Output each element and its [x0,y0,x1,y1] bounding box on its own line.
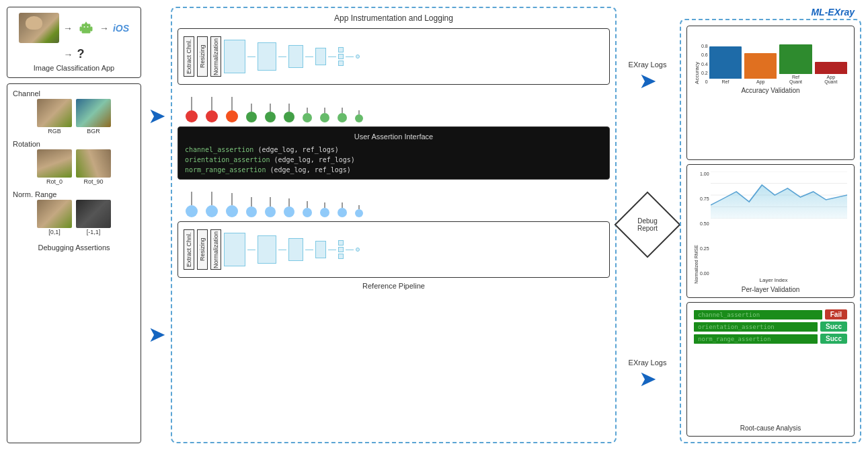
ref-dot-stem-4 [251,197,252,207]
dot-green-2 [265,104,276,122]
perlayer-y-label: Normalized RMSE [694,172,699,284]
ref-resizing-label: Resizing [197,229,208,270]
rgb-item: RGB [37,99,72,135]
ref-nn-dot-end [356,248,360,252]
perlayer-title: Per-layer Validation [691,286,850,293]
right-panel: ML-EXray Accuracy 0.8 0.6 0.4 0.2 0 [680,7,861,443]
rotation-row: Rotation Rot_0 Rot_90 [13,140,135,185]
neural-net-app [224,40,604,73]
dot-green-5 [320,108,329,122]
rot0-label: Rot_0 [46,178,63,185]
assertion-fn-2: orientation_assertion [185,156,270,163]
dot-circle-green-1 [246,112,257,122]
right-dashed-box: Accuracy 0.8 0.6 0.4 0.2 0 Ref [680,19,861,443]
bar-refquant: RefQuant [779,44,812,84]
arrow-right-icon: → [63,23,73,34]
rot0-item: Rot_0 [37,149,72,185]
dot-red-2 [206,97,218,122]
debug-assertions-box: Channel RGB BGR Rotation [7,83,141,443]
line-chart-svg [711,172,847,219]
ref-dot-circle-7 [303,208,312,217]
range11-image [76,200,111,228]
ref-dot-circle-2 [206,205,218,217]
nn-tiny-3 [338,61,344,66]
rot90-label: Rot_90 [83,178,103,185]
ref-nn-tiny-3 [338,254,344,259]
ref-pipeline-box: Extract Chnl. Resizing Normalization [177,221,610,278]
app-dots-row [177,89,610,122]
channel-images: RGB BGR [13,99,135,135]
nn-block-1 [224,40,245,73]
bar-ref-rect [709,46,742,79]
dot-circle-orange [226,110,238,122]
arrow-to-user-assert: ➤ [148,324,166,345]
ref-nn-block-4 [315,241,326,258]
ref-pipeline-visual: Extract Chnl. Resizing Normalization [184,226,604,273]
assertion-box: User Assertion Interface channel_asserti… [177,126,610,180]
ref-dot-3 [226,193,238,217]
line-chart-inner: 1.00 0.75 0.50 0.25 0.00 [700,172,847,276]
ref-nn-line-5 [346,250,354,250]
tick-02: 0.2 [701,71,708,75]
dot-green-1 [246,104,257,122]
question-mark: ? [77,47,85,61]
ref-pipeline-label: Reference Pipeline [177,282,610,290]
ref-dot-circle-4 [246,207,257,217]
ref-dot-5 [265,197,276,217]
bar-refquant-label: RefQuant [789,75,802,84]
ios-label: iOS [113,23,129,34]
range01-label: [0,1] [48,229,61,235]
nn-block-4 [315,48,326,65]
ref-nn-tiny-1 [338,240,344,246]
ref-dot-stem-3 [231,193,233,205]
ref-dot-circle-10 [355,209,363,217]
app-pipeline-visual: Extract Chnl. Resizing Normalization [184,33,604,80]
rc-assertion-3: norm_range_assertion [694,334,818,344]
dot-circle-red-2 [206,110,218,122]
bar-appquant-rect [815,62,847,74]
rc-row-3: norm_range_assertion Succ [694,334,847,344]
perlayer-box: Normalized RMSE 1.00 0.75 0.50 0.25 0.00 [686,164,855,299]
ref-dot-circle-6 [284,207,294,217]
ref-nn-small-blocks [338,240,344,259]
ref-dot-8 [320,202,329,217]
dot-circle-green-5 [320,113,329,122]
svg-point-0 [83,26,85,28]
ref-dot-4 [246,197,257,217]
assertion-fn-3: norm_range_assertion [185,166,266,174]
ref-dot-circle-9 [338,208,347,217]
ref-dot-stem-1 [191,192,192,205]
extract-chnl-label: Extract Chnl. [184,36,194,77]
rot0-image [37,149,72,178]
dot-circle-green-3 [284,112,294,122]
app-instr-box: Extract Chnl. Resizing Normalization [177,28,610,85]
normrange-images: [0,1] [-1,1] [13,200,135,235]
ref-dot-2 [206,192,218,217]
line-chart-area: Normalized RMSE 1.00 0.75 0.50 0.25 0.00 [691,169,850,284]
rootcause-box: channel_assertion Fail orientation_asser… [686,302,855,437]
ref-nn-tiny-2 [338,247,344,252]
app-icons-row: → → iOS → ? [13,13,135,61]
bar-ref-label: Ref [721,79,729,84]
ref-nn-block-2 [258,235,276,264]
tick-0: 0 [701,79,708,84]
dot-stem-2 [211,97,212,110]
neural-net-ref [224,233,604,266]
bar-app-rect [744,53,777,79]
arrow-right-icon2: → [100,23,109,34]
ref-nn-line-3 [305,250,313,250]
ref-dot-stem-2 [211,192,212,205]
ref-dot-9 [338,202,347,217]
rgb-label: RGB [48,128,61,135]
line-tick-075: 0.75 [700,196,709,201]
range01-item: [0,1] [37,200,72,235]
bar-appquant: AppQuant [815,62,847,84]
line-tick-000: 0.00 [700,271,709,276]
svg-point-1 [87,26,88,28]
dot-red-1 [186,97,198,122]
rc-status-1: Fail [825,309,847,320]
dot-stem-8 [324,108,325,113]
ref-dot-circle-1 [186,205,198,217]
ref-dot-circle-8 [320,208,329,217]
rc-row-2: orientation_assertion Succ [694,322,847,332]
